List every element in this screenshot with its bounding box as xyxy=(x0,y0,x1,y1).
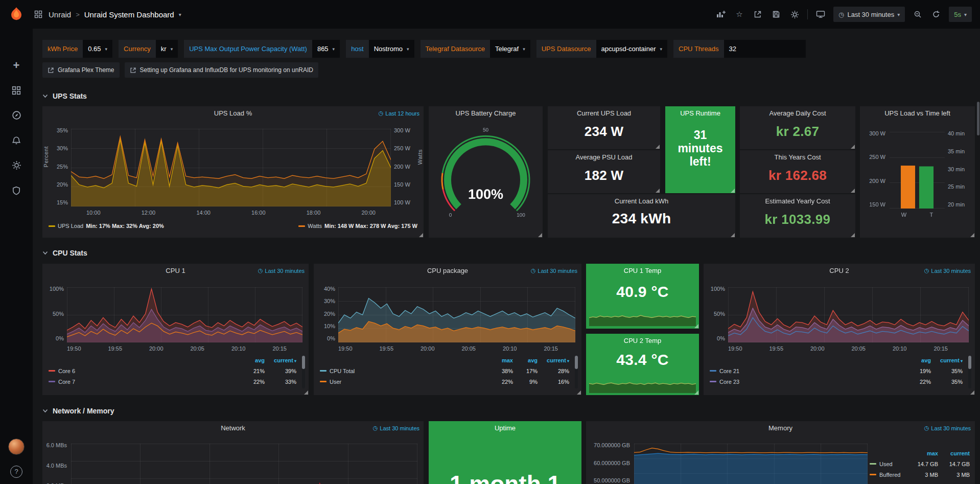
create-plus-icon[interactable]: + xyxy=(0,53,33,78)
panel-title[interactable]: UPS Battery Charge xyxy=(429,106,543,120)
series-name[interactable]: Core 21 xyxy=(710,368,902,374)
variable-cpu-threads[interactable]: CPU Threads 32 xyxy=(673,40,806,58)
breadcrumb-app[interactable]: Unraid xyxy=(49,10,71,19)
legend-sort-current[interactable]: current xyxy=(938,450,970,456)
legend-scrollbar[interactable] xyxy=(575,356,578,388)
breadcrumb-dashboard-title[interactable]: Unraid System Dashboard xyxy=(84,10,174,19)
cpu1-chart[interactable] xyxy=(67,287,302,342)
panel-time-badge[interactable]: ◷Last 30 minutes xyxy=(258,267,305,274)
cpu-threads-input[interactable]: 32 xyxy=(724,40,806,58)
series-name[interactable]: Core 23 xyxy=(710,379,902,385)
panel-title[interactable]: CPU 1 Temp xyxy=(586,264,699,277)
panel-time-badge[interactable]: ◷Last 30 minutes xyxy=(924,267,971,274)
alerting-bell-icon[interactable] xyxy=(0,128,33,153)
configuration-gear-icon[interactable] xyxy=(0,153,33,178)
legend-sort-avg[interactable]: avg xyxy=(236,357,265,363)
link-grafana-plex-theme[interactable]: Grafana Plex Theme xyxy=(42,62,120,78)
load-vs-time-bars[interactable] xyxy=(890,132,945,209)
panel-time-badge[interactable]: ◷Last 30 minutes xyxy=(924,425,971,431)
variable-value-dropdown[interactable]: 865▾ xyxy=(312,40,340,58)
variable-currency[interactable]: Currency kr▾ xyxy=(119,40,178,58)
chevron-down-icon: ▾ xyxy=(171,47,173,52)
variable-value-dropdown[interactable]: Telegraf▾ xyxy=(490,40,530,58)
series-name[interactable]: User xyxy=(320,379,486,385)
dashboard-settings-gear-icon[interactable] xyxy=(789,9,800,20)
series-name[interactable]: UPS Load xyxy=(58,223,83,229)
dashboards-icon[interactable] xyxy=(0,78,33,103)
legend-sort-max[interactable]: max xyxy=(486,357,513,363)
panel-time-badge[interactable]: ◷Last 30 minutes xyxy=(373,425,419,431)
variable-label: host xyxy=(346,40,369,58)
series-name[interactable]: Core 7 xyxy=(49,379,236,385)
panel-title[interactable]: UPS Load % xyxy=(42,106,424,120)
panel-title[interactable]: Uptime xyxy=(429,421,581,434)
share-icon[interactable] xyxy=(752,9,763,20)
series-name[interactable]: CPU Total xyxy=(320,368,486,374)
panel-title[interactable]: UPS Load vs Time left xyxy=(860,106,975,120)
battery-gauge[interactable] xyxy=(433,122,539,234)
explore-compass-icon[interactable] xyxy=(0,103,33,128)
legend-sort-current[interactable]: current▾ xyxy=(265,357,296,363)
panel-title[interactable]: Network xyxy=(42,421,424,434)
variable-value-dropdown[interactable]: apcupsd-container▾ xyxy=(596,40,668,58)
variable-kwh-price[interactable]: kWh Price 0.65▾ xyxy=(42,40,112,58)
panel-title[interactable]: Memory xyxy=(586,421,975,434)
panel-time-badge[interactable]: ◷Last 12 hours xyxy=(379,110,419,117)
cycle-view-monitor-icon[interactable] xyxy=(815,9,826,20)
variable-value-dropdown[interactable]: Nostromo▾ xyxy=(369,40,414,58)
save-icon[interactable] xyxy=(771,9,782,20)
dashboard-chevron-down-icon[interactable]: ▾ xyxy=(179,12,181,17)
refresh-icon[interactable] xyxy=(930,9,942,20)
series-name[interactable]: Buffered xyxy=(870,472,906,478)
variable-host[interactable]: host Nostromo▾ xyxy=(346,40,414,58)
variable-ups-max-output[interactable]: UPS Max Output Power Capacity (Watt) 865… xyxy=(184,40,340,58)
memory-chart[interactable] xyxy=(634,444,868,484)
row-header-cpu-stats[interactable]: CPU Stats xyxy=(42,247,87,259)
dashboards-grid-icon[interactable] xyxy=(33,9,44,20)
panel-title[interactable]: This Years Cost xyxy=(740,150,855,164)
link-ups-monitoring-guide[interactable]: Setting up Grafana and InfluxDB for UPS … xyxy=(125,62,319,78)
cpu-package-chart[interactable] xyxy=(338,287,575,342)
panel-title[interactable]: Current UPS Load xyxy=(548,106,660,120)
x-axis-labels: 19:5019:5520:0020:0520:1020:15 xyxy=(67,345,287,352)
series-name[interactable]: Watts xyxy=(308,223,322,229)
panel-title[interactable]: Average PSU Load xyxy=(548,150,660,164)
star-icon[interactable]: ☆ xyxy=(734,9,745,20)
grafana-logo[interactable] xyxy=(0,7,33,22)
navbar-divider xyxy=(807,9,808,19)
server-admin-shield-icon[interactable] xyxy=(0,178,33,203)
legend-scrollbar[interactable] xyxy=(302,356,305,388)
series-name[interactable]: Core 6 xyxy=(49,368,236,374)
panel-title[interactable]: Estimated Yearly Cost xyxy=(740,194,855,208)
row-header-ups-stats[interactable]: UPS Stats xyxy=(42,90,87,102)
panel-time-badge[interactable]: ◷Last 30 minutes xyxy=(531,267,577,274)
legend-scrollbar[interactable] xyxy=(968,356,971,388)
user-avatar[interactable] xyxy=(0,434,33,459)
variable-value-dropdown[interactable]: kr▾ xyxy=(156,40,178,58)
panel-title[interactable]: Average Daily Cost xyxy=(740,106,855,120)
page-scrollbar[interactable] xyxy=(977,102,979,135)
cpu2-chart[interactable] xyxy=(728,287,969,342)
legend-sort-avg[interactable]: avg xyxy=(513,357,538,363)
add-panel-icon[interactable] xyxy=(715,9,727,20)
time-range-picker[interactable]: ◷ Last 30 minutes ▾ xyxy=(833,7,905,22)
help-icon[interactable]: ? xyxy=(0,459,33,484)
legend-sort-max[interactable]: max xyxy=(906,450,938,456)
network-chart[interactable] xyxy=(71,444,417,484)
row-header-network-memory[interactable]: Network / Memory xyxy=(42,405,114,417)
series-name[interactable]: Used xyxy=(870,461,906,467)
legend-sort-avg[interactable]: avg xyxy=(902,357,931,363)
variable-telegraf-datasource[interactable]: Telegraf Datasource Telegraf▾ xyxy=(421,40,530,58)
link-label: Setting up Grafana and InfluxDB for UPS … xyxy=(140,66,314,74)
ups-load-chart[interactable] xyxy=(71,129,391,206)
refresh-interval-picker[interactable]: 5s ▾ xyxy=(949,7,972,22)
legend-sort-current[interactable]: current▾ xyxy=(931,357,963,363)
zoom-out-icon[interactable] xyxy=(912,9,923,20)
panel-title[interactable]: CPU 2 Temp xyxy=(586,334,699,347)
panel-title[interactable]: UPS Runtime xyxy=(665,106,735,120)
legend-sort-current[interactable]: current▾ xyxy=(538,357,569,363)
variable-ups-datasource[interactable]: UPS Datasource apcupsd-container▾ xyxy=(536,40,667,58)
variable-value-dropdown[interactable]: 0.65▾ xyxy=(83,40,112,58)
panel-title[interactable]: Current Load kWh xyxy=(548,194,735,208)
legend-value: 35% xyxy=(931,379,963,385)
